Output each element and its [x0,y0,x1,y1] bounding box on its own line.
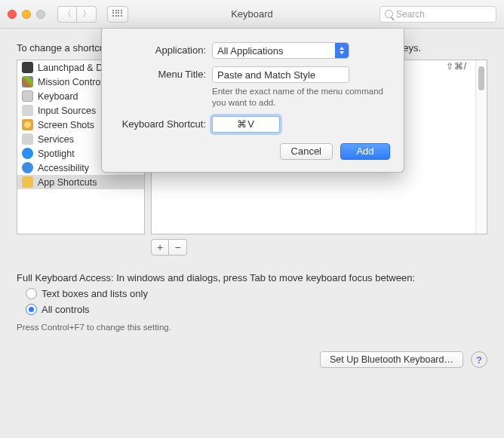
radio-all-controls[interactable]: All controls [26,304,487,315]
footer: Set Up Bluetooth Keyboard… ? [17,351,487,368]
app-shortcuts-icon [22,176,33,188]
show-all-button[interactable] [107,6,128,23]
nav-buttons: 〈 〉 [57,6,97,23]
add-button[interactable]: Add [340,143,390,160]
radio-label: All controls [41,304,90,315]
keyboard-icon [22,90,33,102]
services-icon [22,133,33,145]
forward-button[interactable]: 〉 [77,6,97,23]
shortcut-indicator: ⇧⌘/ [446,61,467,72]
cancel-button[interactable]: Cancel [280,143,333,160]
sidebar-item-label: Services [38,134,74,145]
zoom-window-button [36,10,45,19]
radio-text-boxes[interactable]: Text boxes and lists only [26,288,487,299]
window-controls [8,10,45,19]
sidebar-item-label: App Shortcuts [38,177,97,188]
grid-icon [112,10,123,19]
scrollbar-thumb[interactable] [478,66,484,90]
radio-label: Text boxes and lists only [41,288,148,299]
add-remove-buttons: + − [151,239,487,256]
menu-title-value: Paste and Match Style [217,69,315,81]
search-input[interactable]: Search [380,6,496,23]
sidebar-item-label: Accessibility [38,163,89,173]
application-select[interactable]: All Applications [212,42,349,59]
hint-text: Press Control+F7 to change this setting. [17,323,487,332]
sidebar-item-label: Keyboard [38,91,78,102]
back-button[interactable]: 〈 [57,6,77,23]
add-shortcut-sheet: Application: All Applications Menu Title… [101,29,404,173]
application-label: Application: [115,42,212,56]
close-window-button[interactable] [8,10,17,19]
sidebar-item-label: Screen Shots [38,120,94,130]
radio-button[interactable] [26,304,37,315]
sidebar-item-label: Spotlight [38,149,75,159]
search-wrap: Search [380,6,496,23]
radio-button[interactable] [26,288,37,299]
full-keyboard-access-text: Full Keyboard Access: In windows and dia… [17,272,487,283]
menu-title-help: Enter the exact name of the menu command… [212,86,390,109]
help-button[interactable]: ? [471,351,487,368]
menu-title-input[interactable]: Paste and Match Style [212,66,349,83]
sidebar-item-app-shortcuts[interactable]: App Shortcuts [17,175,144,189]
minimize-window-button[interactable] [22,10,31,19]
sheet-buttons: Cancel Add [115,143,390,160]
search-icon [385,10,393,18]
bluetooth-keyboard-button[interactable]: Set Up Bluetooth Keyboard… [320,351,463,368]
shortcut-label: Keyboard Shortcut: [115,116,212,130]
remove-shortcut-button[interactable]: − [169,239,187,256]
menu-title-label: Menu Title: [115,66,212,80]
spotlight-icon [22,148,33,159]
shortcut-value: ⌘V [237,118,255,130]
screen-shots-icon [22,119,33,130]
accessibility-icon [22,162,33,173]
sidebar-item-label: Input Sources [38,106,96,116]
input-sources-icon [22,105,33,116]
search-placeholder: Search [396,9,425,20]
add-shortcut-button[interactable]: + [151,239,169,256]
dropdown-caps-icon [335,43,349,58]
application-value: All Applications [217,45,283,57]
sidebar-item-label: Mission Control [38,77,103,87]
mission-control-icon [22,76,33,87]
shortcut-input[interactable]: ⌘V [212,116,280,133]
scrollbar[interactable] [475,60,487,234]
titlebar: 〈 〉 Keyboard Search [0,0,504,29]
launchpad-icon [22,62,33,73]
